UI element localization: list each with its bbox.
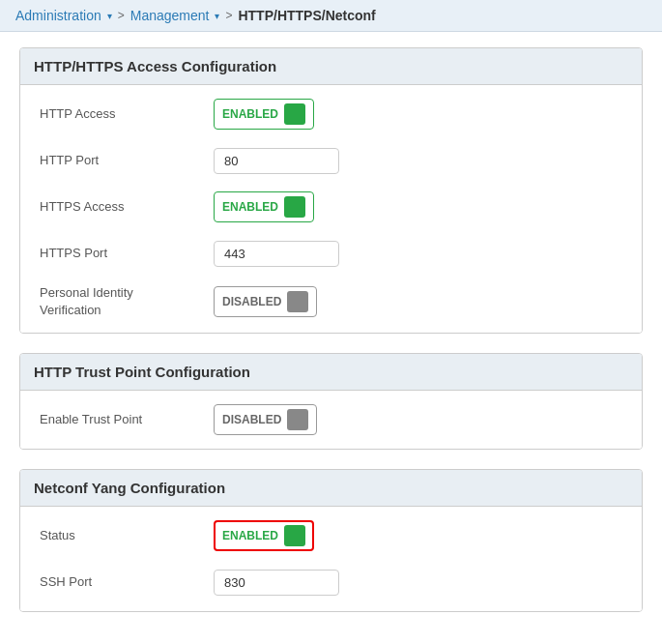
input-ssh-port[interactable] <box>214 570 339 596</box>
control-ssh-port <box>214 570 622 596</box>
control-https-access: ENABLED <box>214 191 622 222</box>
toggle-label-enable-trust: DISABLED <box>222 413 281 426</box>
main-content: HTTP/HTTPS Access ConfigurationHTTP Acce… <box>0 32 662 644</box>
toggle-piv[interactable]: DISABLED <box>214 286 317 317</box>
form-row-http-port: HTTP Port <box>40 145 622 176</box>
control-enable-trust: DISABLED <box>214 404 622 435</box>
section-trust-point: HTTP Trust Point ConfigurationEnable Tru… <box>19 353 643 450</box>
toggle-status[interactable]: ENABLED <box>214 520 314 551</box>
label-http-access: HTTP Access <box>40 105 214 123</box>
section-netconf: Netconf Yang ConfigurationStatusENABLEDS… <box>19 469 643 612</box>
toggle-https-access[interactable]: ENABLED <box>214 191 314 222</box>
section-body-netconf: StatusENABLEDSSH Port <box>20 507 642 611</box>
toggle-http-access[interactable]: ENABLED <box>214 99 314 130</box>
label-https-port: HTTPS Port <box>40 245 214 262</box>
form-row-piv: Personal IdentityVerificationDISABLED <box>40 284 622 319</box>
section-header-trust-point: HTTP Trust Point Configuration <box>20 354 642 391</box>
input-https-port[interactable] <box>214 241 339 267</box>
label-https-access: HTTPS Access <box>40 198 214 216</box>
toggle-indicator-http-access <box>284 103 305 125</box>
control-http-port <box>214 148 622 174</box>
control-http-access: ENABLED <box>214 99 622 130</box>
breadcrumb-current: HTTP/HTTPS/Netconf <box>238 8 375 23</box>
section-body-http-access: HTTP AccessENABLEDHTTP PortHTTPS AccessE… <box>20 85 642 333</box>
section-http-access: HTTP/HTTPS Access ConfigurationHTTP Acce… <box>19 47 643 334</box>
section-header-netconf: Netconf Yang Configuration <box>20 470 642 507</box>
toggle-indicator-enable-trust <box>287 409 308 430</box>
toggle-enable-trust[interactable]: DISABLED <box>214 404 317 435</box>
admin-dropdown-arrow[interactable]: ▾ <box>107 11 112 21</box>
form-row-http-access: HTTP AccessENABLED <box>40 99 622 130</box>
toggle-indicator-piv <box>287 291 308 312</box>
mgmt-dropdown-arrow[interactable]: ▾ <box>215 11 219 21</box>
control-piv: DISABLED <box>214 286 622 317</box>
section-header-http-access: HTTP/HTTPS Access Configuration <box>20 48 642 85</box>
label-enable-trust: Enable Trust Point <box>40 411 214 428</box>
form-row-https-port: HTTPS Port <box>40 238 622 269</box>
toggle-label-piv: DISABLED <box>222 295 281 308</box>
breadcrumb-sep1: > <box>118 9 125 22</box>
form-row-ssh-port: SSH Port <box>40 567 622 598</box>
toggle-indicator-status <box>284 525 305 546</box>
breadcrumb-mgmt-link[interactable]: Management <box>130 8 210 23</box>
label-status: Status <box>40 527 214 544</box>
label-ssh-port: SSH Port <box>40 573 214 591</box>
breadcrumb-admin-link[interactable]: Administration <box>15 8 101 23</box>
toggle-label-https-access: ENABLED <box>222 200 278 214</box>
form-row-https-access: HTTPS AccessENABLED <box>40 191 622 222</box>
control-https-port <box>214 241 622 267</box>
section-body-trust-point: Enable Trust PointDISABLED <box>20 391 642 449</box>
form-row-enable-trust: Enable Trust PointDISABLED <box>40 404 622 435</box>
breadcrumb-sep2: > <box>225 9 232 22</box>
input-http-port[interactable] <box>214 148 339 174</box>
breadcrumb: Administration ▾ > Management ▾ > HTTP/H… <box>0 0 662 32</box>
form-row-status: StatusENABLED <box>40 520 622 551</box>
label-http-port: HTTP Port <box>40 152 214 169</box>
toggle-label-status: ENABLED <box>222 529 278 542</box>
toggle-indicator-https-access <box>284 196 305 218</box>
toggle-label-http-access: ENABLED <box>222 107 278 121</box>
control-status: ENABLED <box>214 520 622 551</box>
label-piv: Personal IdentityVerification <box>40 284 214 319</box>
